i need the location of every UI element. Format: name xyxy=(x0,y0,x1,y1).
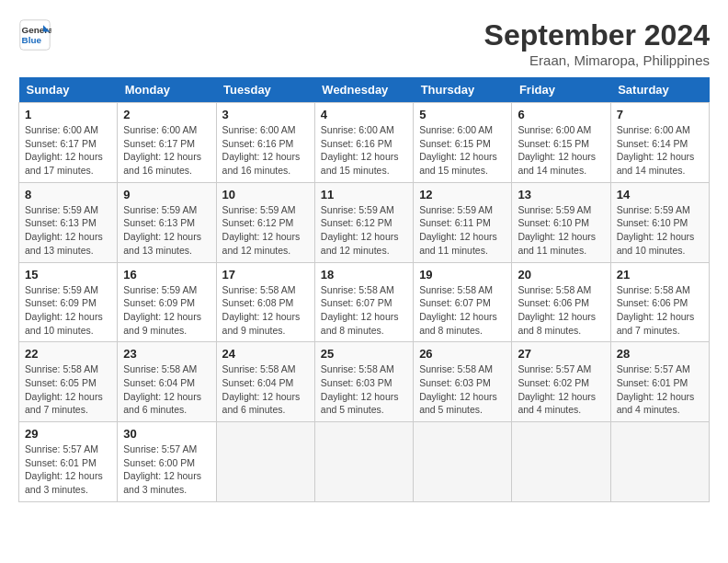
calendar-cell: 23Sunrise: 5:58 AM Sunset: 6:04 PM Dayli… xyxy=(118,342,216,422)
day-info: Sunrise: 6:00 AM Sunset: 6:15 PM Dayligh… xyxy=(518,123,604,178)
calendar-cell: 6Sunrise: 6:00 AM Sunset: 6:15 PM Daylig… xyxy=(512,103,610,183)
calendar-cell: 10Sunrise: 5:59 AM Sunset: 6:12 PM Dayli… xyxy=(216,182,314,262)
day-info: Sunrise: 6:00 AM Sunset: 6:17 PM Dayligh… xyxy=(123,123,210,178)
day-info: Sunrise: 5:57 AM Sunset: 6:02 PM Dayligh… xyxy=(518,362,604,417)
day-number: 20 xyxy=(518,268,604,282)
week-row-1: 1Sunrise: 6:00 AM Sunset: 6:17 PM Daylig… xyxy=(19,103,710,183)
day-number: 16 xyxy=(123,268,210,282)
week-row-3: 15Sunrise: 5:59 AM Sunset: 6:09 PM Dayli… xyxy=(19,262,710,342)
day-info: Sunrise: 5:58 AM Sunset: 6:07 PM Dayligh… xyxy=(419,283,506,338)
day-number: 26 xyxy=(419,347,506,361)
calendar-cell: 24Sunrise: 5:58 AM Sunset: 6:04 PM Dayli… xyxy=(216,342,314,422)
day-number: 8 xyxy=(25,188,111,201)
day-info: Sunrise: 5:58 AM Sunset: 6:08 PM Dayligh… xyxy=(222,283,309,338)
day-number: 15 xyxy=(25,268,111,282)
calendar-cell xyxy=(414,422,512,502)
day-info: Sunrise: 6:00 AM Sunset: 6:16 PM Dayligh… xyxy=(321,123,407,178)
day-number: 2 xyxy=(123,108,210,121)
day-info: Sunrise: 5:58 AM Sunset: 6:04 PM Dayligh… xyxy=(222,362,309,417)
day-info: Sunrise: 5:58 AM Sunset: 6:06 PM Dayligh… xyxy=(518,283,604,338)
day-info: Sunrise: 5:59 AM Sunset: 6:13 PM Dayligh… xyxy=(123,203,210,258)
day-info: Sunrise: 6:00 AM Sunset: 6:15 PM Dayligh… xyxy=(419,123,506,178)
calendar-cell: 17Sunrise: 5:58 AM Sunset: 6:08 PM Dayli… xyxy=(216,262,314,342)
calendar-cell xyxy=(216,422,314,502)
day-info: Sunrise: 5:59 AM Sunset: 6:09 PM Dayligh… xyxy=(123,283,210,338)
calendar-cell xyxy=(314,422,413,502)
calendar-cell: 14Sunrise: 5:59 AM Sunset: 6:10 PM Dayli… xyxy=(610,182,709,262)
day-number: 10 xyxy=(222,188,309,201)
day-info: Sunrise: 5:59 AM Sunset: 6:09 PM Dayligh… xyxy=(25,283,111,338)
day-number: 5 xyxy=(419,108,506,121)
week-row-4: 22Sunrise: 5:58 AM Sunset: 6:05 PM Dayli… xyxy=(19,342,710,422)
day-number: 6 xyxy=(518,108,604,121)
calendar-cell: 15Sunrise: 5:59 AM Sunset: 6:09 PM Dayli… xyxy=(19,262,118,342)
day-info: Sunrise: 5:59 AM Sunset: 6:12 PM Dayligh… xyxy=(222,203,309,258)
day-number: 23 xyxy=(123,347,210,361)
calendar-cell xyxy=(512,422,610,502)
weekday-header-friday: Friday xyxy=(512,77,610,103)
calendar-table: SundayMondayTuesdayWednesdayThursdayFrid… xyxy=(18,77,710,502)
calendar-cell: 27Sunrise: 5:57 AM Sunset: 6:02 PM Dayli… xyxy=(512,342,610,422)
week-row-2: 8Sunrise: 5:59 AM Sunset: 6:13 PM Daylig… xyxy=(19,182,710,262)
weekday-header-thursday: Thursday xyxy=(414,77,512,103)
calendar-cell: 21Sunrise: 5:58 AM Sunset: 6:06 PM Dayli… xyxy=(610,262,709,342)
calendar-cell: 19Sunrise: 5:58 AM Sunset: 6:07 PM Dayli… xyxy=(414,262,512,342)
calendar-cell: 29Sunrise: 5:57 AM Sunset: 6:01 PM Dayli… xyxy=(19,422,118,502)
day-info: Sunrise: 6:00 AM Sunset: 6:17 PM Dayligh… xyxy=(25,123,111,178)
day-info: Sunrise: 5:58 AM Sunset: 6:04 PM Dayligh… xyxy=(123,362,210,417)
calendar-cell xyxy=(610,422,709,502)
day-number: 30 xyxy=(123,427,210,441)
weekday-header-saturday: Saturday xyxy=(610,77,709,103)
day-number: 3 xyxy=(222,108,309,121)
day-info: Sunrise: 6:00 AM Sunset: 6:14 PM Dayligh… xyxy=(617,123,703,178)
month-title: September 2024 xyxy=(484,18,710,52)
calendar-cell: 3Sunrise: 6:00 AM Sunset: 6:16 PM Daylig… xyxy=(216,103,314,183)
weekday-header-monday: Monday xyxy=(118,77,216,103)
calendar-cell: 30Sunrise: 5:57 AM Sunset: 6:00 PM Dayli… xyxy=(118,422,216,502)
day-info: Sunrise: 5:57 AM Sunset: 6:01 PM Dayligh… xyxy=(617,362,703,417)
day-info: Sunrise: 5:58 AM Sunset: 6:03 PM Dayligh… xyxy=(419,362,506,417)
day-info: Sunrise: 5:58 AM Sunset: 6:07 PM Dayligh… xyxy=(321,283,407,338)
day-number: 25 xyxy=(321,347,407,361)
day-number: 9 xyxy=(123,188,210,201)
calendar-cell: 26Sunrise: 5:58 AM Sunset: 6:03 PM Dayli… xyxy=(414,342,512,422)
day-number: 1 xyxy=(25,108,111,121)
day-number: 11 xyxy=(321,188,407,201)
day-number: 12 xyxy=(419,188,506,201)
logo-icon: General Blue xyxy=(18,18,51,52)
svg-text:Blue: Blue xyxy=(22,35,42,45)
weekday-header-wednesday: Wednesday xyxy=(314,77,413,103)
day-number: 17 xyxy=(222,268,309,282)
day-info: Sunrise: 6:00 AM Sunset: 6:16 PM Dayligh… xyxy=(222,123,309,178)
day-info: Sunrise: 5:59 AM Sunset: 6:10 PM Dayligh… xyxy=(617,203,703,258)
day-number: 18 xyxy=(321,268,407,282)
day-number: 29 xyxy=(25,427,111,441)
day-number: 27 xyxy=(518,347,604,361)
calendar-cell: 2Sunrise: 6:00 AM Sunset: 6:17 PM Daylig… xyxy=(118,103,216,183)
calendar-cell: 20Sunrise: 5:58 AM Sunset: 6:06 PM Dayli… xyxy=(512,262,610,342)
day-info: Sunrise: 5:59 AM Sunset: 6:13 PM Dayligh… xyxy=(25,203,111,258)
calendar-cell: 18Sunrise: 5:58 AM Sunset: 6:07 PM Dayli… xyxy=(314,262,413,342)
day-number: 13 xyxy=(518,188,604,201)
calendar-cell: 8Sunrise: 5:59 AM Sunset: 6:13 PM Daylig… xyxy=(19,182,118,262)
logo: General Blue xyxy=(18,18,51,52)
calendar-cell: 25Sunrise: 5:58 AM Sunset: 6:03 PM Dayli… xyxy=(314,342,413,422)
calendar-cell: 4Sunrise: 6:00 AM Sunset: 6:16 PM Daylig… xyxy=(314,103,413,183)
calendar-cell: 16Sunrise: 5:59 AM Sunset: 6:09 PM Dayli… xyxy=(118,262,216,342)
calendar-cell: 1Sunrise: 6:00 AM Sunset: 6:17 PM Daylig… xyxy=(19,103,118,183)
calendar-cell: 22Sunrise: 5:58 AM Sunset: 6:05 PM Dayli… xyxy=(19,342,118,422)
location-title: Eraan, Mimaropa, Philippines xyxy=(484,52,710,68)
title-area: September 2024 Eraan, Mimaropa, Philippi… xyxy=(484,18,710,68)
day-number: 24 xyxy=(222,347,309,361)
day-info: Sunrise: 5:59 AM Sunset: 6:10 PM Dayligh… xyxy=(518,203,604,258)
day-info: Sunrise: 5:58 AM Sunset: 6:06 PM Dayligh… xyxy=(617,283,703,338)
calendar-cell: 12Sunrise: 5:59 AM Sunset: 6:11 PM Dayli… xyxy=(414,182,512,262)
calendar-cell: 28Sunrise: 5:57 AM Sunset: 6:01 PM Dayli… xyxy=(610,342,709,422)
weekday-header-tuesday: Tuesday xyxy=(216,77,314,103)
day-info: Sunrise: 5:57 AM Sunset: 6:00 PM Dayligh… xyxy=(123,442,210,497)
day-info: Sunrise: 5:59 AM Sunset: 6:11 PM Dayligh… xyxy=(419,203,506,258)
day-number: 4 xyxy=(321,108,407,121)
day-number: 14 xyxy=(617,188,703,201)
calendar-cell: 5Sunrise: 6:00 AM Sunset: 6:15 PM Daylig… xyxy=(414,103,512,183)
weekday-header-sunday: Sunday xyxy=(19,77,118,103)
